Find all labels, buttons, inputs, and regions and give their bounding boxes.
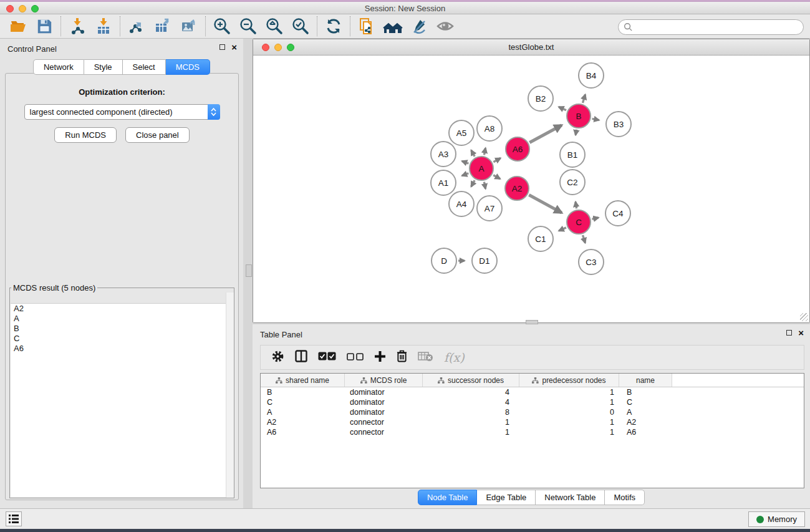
table-cell[interactable]: 0 (519, 408, 619, 417)
edge-A6-B[interactable] (529, 125, 561, 143)
edge-B-B2[interactable] (559, 107, 566, 110)
new-session-from-network-icon[interactable] (354, 16, 380, 37)
table-cell[interactable]: A2 (261, 418, 345, 427)
graph-node-A2[interactable]: A2 (504, 176, 529, 201)
open-file-icon[interactable] (5, 16, 31, 37)
edge-A2-C[interactable] (529, 195, 561, 213)
graph-node-A6[interactable]: A6 (505, 137, 530, 162)
memory-button[interactable]: Memory (748, 511, 805, 527)
table-cell[interactable]: C (619, 398, 672, 407)
export-network-icon[interactable] (123, 16, 150, 37)
tab-motifs[interactable]: Motifs (605, 490, 645, 505)
save-session-icon[interactable] (31, 16, 57, 37)
table-cell[interactable]: A (261, 408, 345, 417)
cybrowser-home-icon[interactable] (380, 16, 406, 37)
tab-mcds[interactable]: MCDS (166, 59, 210, 75)
column-header-shared-name[interactable]: shared name (261, 374, 345, 387)
float-table-panel-icon[interactable] (786, 330, 792, 336)
tab-select[interactable]: Select (123, 59, 166, 75)
table-cell[interactable]: 1 (519, 398, 619, 407)
graph-node-A5[interactable]: A5 (448, 120, 475, 146)
node-table[interactable]: shared nameMCDS rolesuccessor nodesprede… (260, 373, 804, 488)
graph-node-A4[interactable]: A4 (448, 191, 475, 217)
graph-node-C1[interactable]: C1 (528, 226, 554, 252)
graph-node-B4[interactable]: B4 (578, 62, 604, 89)
table-row[interactable]: Bdominator41B (261, 387, 804, 397)
table-cell[interactable]: dominator (345, 398, 423, 407)
table-settings-gear-icon[interactable] (271, 350, 284, 365)
graph-node-D1[interactable]: D1 (471, 248, 498, 274)
result-item[interactable]: B (11, 324, 233, 334)
graph-node-C[interactable]: C (566, 210, 591, 235)
graph-node-C3[interactable]: C3 (578, 249, 604, 275)
table-cell[interactable]: C (261, 398, 345, 407)
search-field[interactable] (618, 19, 804, 35)
edge-C-C2[interactable] (576, 202, 577, 209)
table-cell[interactable]: dominator (345, 388, 423, 397)
tab-network-table[interactable]: Network Table (536, 490, 605, 505)
graph-node-B2[interactable]: B2 (528, 85, 554, 112)
deselect-all-checkboxes-icon[interactable] (347, 352, 364, 363)
table-row[interactable]: A6connector11A6 (261, 427, 804, 437)
select-all-checkboxes-icon[interactable] (318, 352, 336, 363)
table-cell[interactable]: A (619, 408, 672, 417)
table-cell[interactable]: 1 (423, 418, 519, 427)
show-graphics-details-icon[interactable] (432, 16, 458, 37)
table-cell[interactable]: A2 (619, 418, 672, 427)
network-window-titlebar[interactable]: testGlobe.txt (253, 39, 809, 56)
table-row[interactable]: A2connector11A2 (261, 417, 804, 427)
close-panel-button[interactable]: Close panel (125, 127, 190, 143)
edge-C-C1[interactable] (559, 228, 566, 231)
function-builder-icon[interactable]: f(x) (444, 351, 465, 364)
table-cell[interactable]: B (619, 388, 672, 397)
table-cell[interactable]: 1 (519, 428, 619, 437)
table-cell[interactable]: 8 (423, 408, 519, 417)
edge-A-A3[interactable] (462, 161, 468, 163)
delete-table-icon[interactable] (418, 351, 433, 364)
edge-A-A8[interactable] (484, 148, 485, 155)
result-item[interactable]: A6 (11, 344, 233, 354)
export-image-icon[interactable] (176, 16, 202, 37)
result-scrollbar[interactable] (226, 293, 234, 498)
task-history-button[interactable] (6, 511, 22, 526)
edge-A-A5[interactable] (471, 150, 475, 157)
result-item[interactable]: A2 (11, 304, 233, 314)
tab-node-table[interactable]: Node Table (418, 490, 478, 505)
close-panel-icon[interactable]: × (231, 44, 237, 51)
tab-edge-table[interactable]: Edge Table (477, 490, 536, 505)
zoom-selected-icon[interactable] (287, 16, 314, 37)
column-header-predecessor-nodes[interactable]: predecessor nodes (519, 374, 619, 387)
edge-B-B4[interactable] (582, 95, 585, 103)
edge-A-A1[interactable] (462, 173, 468, 176)
graph-node-C4[interactable]: C4 (605, 200, 631, 226)
graph-node-B[interactable]: B (566, 104, 591, 128)
table-cell[interactable]: B (261, 388, 345, 397)
graph-node-B1[interactable]: B1 (559, 142, 586, 168)
hide-annotations-icon[interactable] (406, 16, 432, 37)
result-item[interactable]: A (11, 314, 233, 324)
vertical-splitter-grip[interactable] (246, 264, 252, 277)
column-header-name[interactable]: name (619, 374, 672, 387)
zoom-out-icon[interactable] (235, 16, 261, 37)
table-row[interactable]: Adominator80A (261, 407, 804, 417)
graph-node-D[interactable]: D (431, 248, 457, 274)
horizontal-splitter-grip[interactable] (526, 320, 538, 324)
float-panel-icon[interactable] (219, 44, 225, 50)
criterion-dropdown[interactable]: largest connected component (directed) (24, 104, 220, 120)
table-cell[interactable]: A6 (261, 428, 345, 437)
delete-column-icon[interactable] (397, 350, 407, 365)
edge-A-A2[interactable] (493, 175, 500, 179)
add-column-icon[interactable] (374, 351, 386, 365)
edge-A-A6[interactable] (493, 158, 500, 162)
edge-B-B1[interactable] (576, 130, 576, 135)
graph-node-A3[interactable]: A3 (430, 141, 456, 167)
search-input[interactable] (633, 22, 803, 32)
column-view-icon[interactable] (295, 350, 307, 365)
table-cell[interactable]: dominator (345, 408, 423, 417)
edge-A-A7[interactable] (484, 182, 485, 189)
edge-A-A4[interactable] (471, 180, 475, 186)
apply-layout-icon[interactable] (321, 16, 347, 37)
table-cell[interactable]: 1 (423, 428, 519, 437)
import-table-icon[interactable] (90, 16, 117, 37)
graph-node-C2[interactable]: C2 (559, 169, 586, 195)
